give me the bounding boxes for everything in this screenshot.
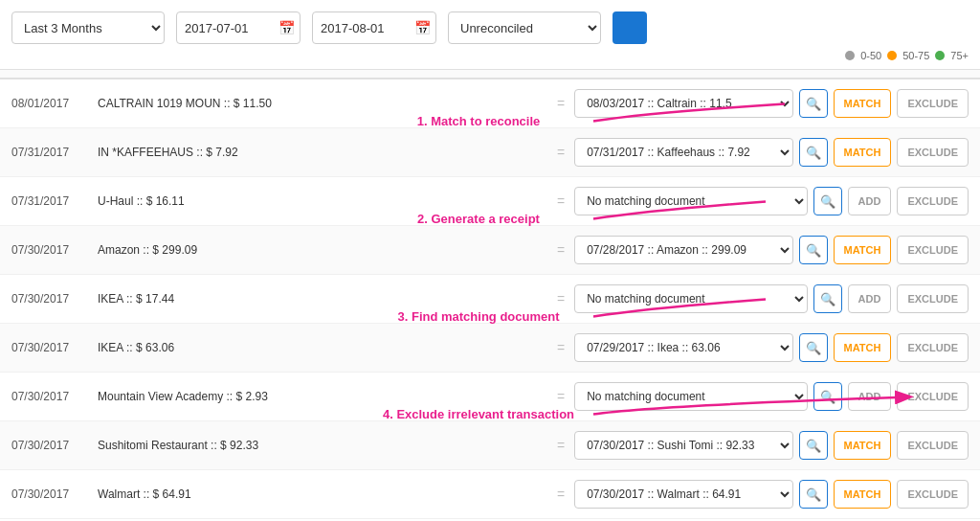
accuracy-dot-mid (887, 51, 897, 60)
exclude-button[interactable]: EXCLUDE (897, 431, 969, 460)
table-row: 07/30/2017 Walmart :: $ 64.91 = 07/30/20… (0, 470, 980, 519)
cell-document: = 07/30/2017 :: Walmart :: 64.91 🔍 MATCH… (557, 480, 969, 509)
status-select[interactable]: Unreconciled Reconciled All (448, 11, 601, 44)
equals-sign: = (557, 193, 565, 209)
add-button[interactable]: ADD (848, 284, 892, 313)
search-button[interactable]: 🔍 (799, 138, 828, 167)
cell-document: = 07/28/2017 :: Amazon :: 299.09 🔍 MATCH… (557, 236, 969, 264)
cell-transaction: Mountain View Academy :: $ 2.93 (98, 390, 557, 403)
exclude-button[interactable]: EXCLUDE (897, 236, 969, 264)
equals-sign: = (557, 145, 565, 160)
refresh-button[interactable] (612, 11, 647, 44)
cell-date: 07/30/2017 (11, 487, 98, 501)
start-date-input[interactable] (176, 11, 301, 44)
doc-select[interactable]: No matching document (574, 284, 807, 313)
doc-select[interactable]: 07/31/2017 :: Kaffeehaus :: 7.92 (574, 138, 792, 167)
search-button[interactable]: 🔍 (813, 284, 842, 313)
cell-transaction: CALTRAIN 1019 MOUN :: $ 11.50 (98, 97, 557, 110)
table-header (0, 70, 980, 79)
exclude-button[interactable]: EXCLUDE (897, 480, 969, 509)
cell-date: 07/30/2017 (11, 341, 98, 354)
cell-transaction: U-Haul :: $ 16.11 (98, 194, 557, 208)
cell-transaction: IKEA :: $ 63.06 (98, 341, 557, 354)
accuracy-range-mid: 50-75 (902, 50, 929, 61)
add-button[interactable]: ADD (848, 382, 892, 411)
accuracy-dot-low (845, 51, 855, 60)
cell-date: 08/01/2017 (11, 97, 98, 110)
accuracy-dot-high (935, 51, 945, 60)
table-row: 07/31/2017 U-Haul :: $ 16.11 = No matchi… (0, 177, 980, 226)
match-button[interactable]: MATCH (834, 236, 892, 264)
search-button[interactable]: 🔍 (799, 89, 828, 118)
search-button[interactable]: 🔍 (799, 236, 828, 264)
table-row: 07/30/2017 IKEA :: $ 17.44 = No matching… (0, 275, 980, 324)
search-button[interactable]: 🔍 (799, 480, 828, 509)
exclude-button[interactable]: EXCLUDE (897, 138, 969, 167)
accuracy-range-high: 75+ (950, 50, 969, 61)
doc-select[interactable]: 08/03/2017 :: Caltrain :: 11.5 (574, 89, 792, 118)
cell-document: = 08/03/2017 :: Caltrain :: 11.5 🔍 MATCH… (557, 89, 969, 118)
equals-sign: = (557, 340, 565, 355)
cell-date: 07/31/2017 (11, 194, 98, 208)
cell-date: 07/30/2017 (11, 390, 98, 403)
period-select[interactable]: Last 3 Months Last 6 Months Last Year (11, 11, 165, 44)
end-date-input[interactable] (312, 11, 436, 44)
cell-date: 07/30/2017 (11, 292, 98, 306)
table-row: 07/30/2017 Sushitomi Restaurant :: $ 92.… (0, 421, 980, 470)
equals-sign: = (557, 242, 565, 258)
equals-sign: = (557, 389, 565, 404)
equals-sign: = (557, 487, 565, 502)
table-row: 07/30/2017 Amazon :: $ 299.09 = 07/28/20… (0, 226, 980, 275)
cell-document: = 07/31/2017 :: Kaffeehaus :: 7.92 🔍 MAT… (557, 138, 969, 167)
cell-transaction: Amazon :: $ 299.09 (98, 243, 557, 257)
match-button[interactable]: MATCH (834, 333, 892, 362)
search-button[interactable]: 🔍 (813, 382, 842, 411)
cell-date: 07/30/2017 (11, 439, 98, 452)
cell-date: 07/31/2017 (11, 146, 98, 159)
table-row: 07/30/2017 IKEA :: $ 63.06 = 07/29/2017 … (0, 324, 980, 373)
equals-sign: = (557, 96, 565, 111)
cell-document: = 07/29/2017 :: Ikea :: 63.06 🔍 MATCH EX… (557, 333, 969, 362)
equals-sign: = (557, 291, 565, 306)
cell-transaction: Walmart :: $ 64.91 (98, 487, 557, 501)
cell-document: = No matching document 🔍 ADD EXCLUDE (557, 284, 969, 313)
cell-transaction: IKEA :: $ 17.44 (98, 292, 557, 306)
doc-select[interactable]: 07/30/2017 :: Walmart :: 64.91 (574, 480, 792, 509)
exclude-button[interactable]: EXCLUDE (897, 284, 969, 313)
exclude-button[interactable]: EXCLUDE (897, 187, 969, 215)
search-button[interactable]: 🔍 (813, 187, 842, 215)
doc-select[interactable]: 07/29/2017 :: Ikea :: 63.06 (574, 333, 792, 362)
table-row: 08/01/2017 CALTRAIN 1019 MOUN :: $ 11.50… (0, 79, 980, 128)
cell-transaction: IN *KAFFEEHAUS :: $ 7.92 (98, 146, 557, 159)
search-button[interactable]: 🔍 (799, 333, 828, 362)
match-button[interactable]: MATCH (834, 431, 892, 460)
doc-select[interactable]: No matching document (574, 187, 807, 215)
exclude-button[interactable]: EXCLUDE (897, 89, 969, 118)
cell-transaction: Sushitomi Restaurant :: $ 92.33 (98, 439, 557, 452)
cell-document: = No matching document 🔍 ADD EXCLUDE (557, 187, 969, 215)
cell-date: 07/30/2017 (11, 243, 98, 257)
table-row: 07/31/2017 IN *KAFFEEHAUS :: $ 7.92 = 07… (0, 128, 980, 177)
match-button[interactable]: MATCH (834, 89, 892, 118)
doc-select[interactable]: 07/30/2017 :: Sushi Tomi :: 92.33 (574, 431, 792, 460)
table-row: 07/30/2017 Mountain View Academy :: $ 2.… (0, 373, 980, 421)
exclude-button[interactable]: EXCLUDE (897, 382, 969, 411)
equals-sign: = (557, 438, 565, 453)
add-button[interactable]: ADD (848, 187, 892, 215)
search-button[interactable]: 🔍 (799, 431, 828, 460)
exclude-button[interactable]: EXCLUDE (897, 333, 969, 362)
match-button[interactable]: MATCH (834, 138, 892, 167)
cell-document: = 07/30/2017 :: Sushi Tomi :: 92.33 🔍 MA… (557, 431, 969, 460)
doc-select[interactable]: No matching document (574, 382, 807, 411)
doc-select[interactable]: 07/28/2017 :: Amazon :: 299.09 (574, 236, 792, 264)
accuracy-range-low: 0-50 (860, 50, 881, 61)
match-button[interactable]: MATCH (834, 480, 892, 509)
cell-document: = No matching document 🔍 ADD EXCLUDE (557, 382, 969, 411)
